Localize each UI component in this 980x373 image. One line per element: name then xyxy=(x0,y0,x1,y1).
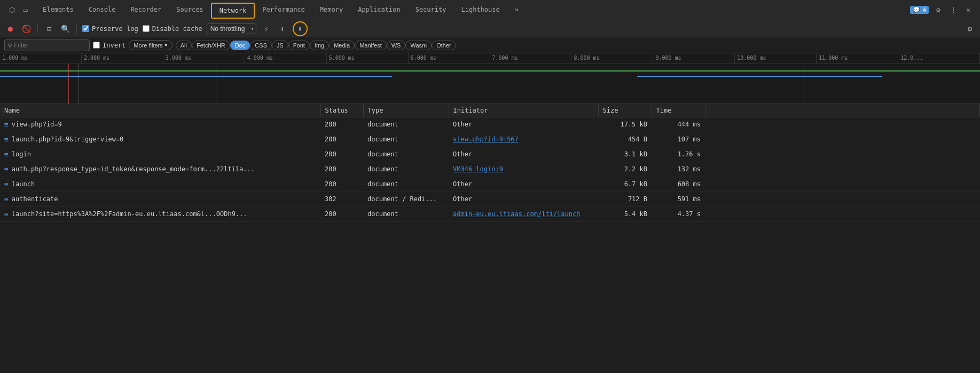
row-size: 6.7 kB xyxy=(598,177,652,192)
initiator-link[interactable]: view.php?id=9:567 xyxy=(453,136,519,143)
filter-input[interactable] xyxy=(14,42,78,49)
clear-button[interactable]: 🚫 xyxy=(20,23,32,35)
row-initiator[interactable]: VM346 login:9 xyxy=(449,162,598,177)
invert-input[interactable] xyxy=(93,42,100,49)
filter-type-wasm[interactable]: Wasm xyxy=(405,41,432,50)
row-name-text: auth.php?response_type=id_token&response… xyxy=(12,165,255,173)
row-initiator[interactable]: view.php?id=9:567 xyxy=(449,132,598,147)
col-header-type[interactable]: Type xyxy=(363,104,449,117)
tab-recorder[interactable]: Recorder xyxy=(123,0,169,20)
filter-type-font[interactable]: Font xyxy=(288,41,310,50)
doc-icon: ≡ xyxy=(4,136,9,144)
import-icon[interactable]: ⬆ xyxy=(277,23,288,35)
filter-type-fetch-xhr[interactable]: Fetch/XHR xyxy=(192,41,230,50)
tab-security[interactable]: Security xyxy=(408,0,454,20)
network-table-container[interactable]: Name Status Type Initiator Size Time ≡ v… xyxy=(0,104,980,360)
filter-icon[interactable]: ⊟ xyxy=(43,23,55,35)
filter-type-ws[interactable]: WS xyxy=(387,41,406,50)
throttle-select[interactable]: No throttling xyxy=(207,23,256,34)
col-header-waterfall[interactable] xyxy=(705,104,980,117)
export-button[interactable]: ⬇ xyxy=(293,21,308,36)
col-header-name[interactable]: Name xyxy=(0,104,320,117)
row-name: ≡ view.php?id=9 xyxy=(4,121,316,129)
row-name-text: launch xyxy=(12,180,35,188)
filter-type-all[interactable]: All xyxy=(176,41,192,50)
row-status: 200 xyxy=(320,162,363,177)
tab-sources[interactable]: Sources xyxy=(169,0,211,20)
more-filters-button[interactable]: More filters ▾ xyxy=(129,40,172,50)
tab-elements[interactable]: Elements xyxy=(35,0,81,20)
tab-lighthouse[interactable]: Lighthouse xyxy=(453,0,507,20)
filter-type-other[interactable]: Other xyxy=(432,41,456,50)
table-row[interactable]: ≡ login 200documentOther3.1 kB1.76 s xyxy=(0,147,980,162)
col-header-status[interactable]: Status xyxy=(320,104,363,117)
disable-cache-checkbox[interactable]: Disable cache xyxy=(143,25,202,33)
filter-type-manifest[interactable]: Manifest xyxy=(355,41,387,50)
initiator-link[interactable]: admin-eu.eu.ltiaas.com/lti/launch xyxy=(453,210,580,218)
inspect-icon[interactable]: ⬡ xyxy=(6,5,17,15)
filter-type-img[interactable]: Img xyxy=(310,41,329,50)
row-type: document xyxy=(363,147,449,162)
settings-icon[interactable]: ⚙ xyxy=(933,5,944,15)
row-time: 444 ms xyxy=(652,117,705,132)
tab-console[interactable]: Console xyxy=(81,0,123,20)
ruler-tick: 4,000 ms xyxy=(245,53,327,64)
filter-type-css[interactable]: CSS xyxy=(250,41,272,50)
ruler-tick: 6,000 ms xyxy=(409,53,490,64)
timeline-blue-line-2 xyxy=(637,76,882,77)
table-row[interactable]: ≡ launch?site=https%3A%2F%2Fadmin-eu.eu.… xyxy=(0,207,980,221)
preserve-log-checkbox[interactable]: Preserve log xyxy=(82,25,138,33)
row-name-text: launch.php?id=9&triggerview=0 xyxy=(12,136,124,143)
badge-count: 4 xyxy=(922,6,926,13)
initiator-link[interactable]: VM346 login:9 xyxy=(453,165,503,173)
invert-checkbox[interactable]: Invert xyxy=(93,42,126,49)
filter-type-js[interactable]: JS xyxy=(272,41,288,50)
ruler-tick: 9,000 ms xyxy=(653,53,735,64)
table-row[interactable]: ≡ launch.php?id=9&triggerview=0 200docum… xyxy=(0,132,980,147)
col-header-time[interactable]: Time xyxy=(652,104,705,117)
table-row[interactable]: ≡ auth.php?response_type=id_token&respon… xyxy=(0,162,980,177)
timeline-green-line xyxy=(0,70,980,72)
network-table: Name Status Type Initiator Size Time ≡ v… xyxy=(0,104,980,222)
tab-more[interactable]: » xyxy=(507,0,526,20)
disable-cache-label: Disable cache xyxy=(152,25,202,33)
row-size: 3.1 kB xyxy=(598,147,652,162)
table-header-row: Name Status Type Initiator Size Time xyxy=(0,104,980,117)
row-initiator[interactable]: admin-eu.eu.ltiaas.com/lti/launch xyxy=(449,207,598,221)
search-icon[interactable]: 🔍 xyxy=(59,23,71,35)
settings-gear-icon[interactable]: ⚙ xyxy=(964,23,976,35)
col-header-size[interactable]: Size xyxy=(598,104,652,117)
tab-memory[interactable]: Memory xyxy=(312,0,350,20)
throttle-wrapper: No throttling ▾ xyxy=(207,23,256,34)
filter-input-wrap[interactable]: ▽ xyxy=(4,39,90,51)
row-waterfall xyxy=(705,117,980,132)
timeline-vline-gray-1 xyxy=(79,64,79,104)
table-row[interactable]: ≡ view.php?id=9 200documentOther17.5 kB4… xyxy=(0,117,980,132)
table-row[interactable]: ≡ authenticate 302document / Redi...Othe… xyxy=(0,192,980,207)
record-button[interactable]: ⏺ xyxy=(4,23,16,35)
divider-2 xyxy=(76,24,77,34)
filter-type-doc[interactable]: Doc xyxy=(230,41,250,50)
tab-network[interactable]: Network xyxy=(211,3,255,19)
table-row[interactable]: ≡ launch 200documentOther6.7 kB608 ms xyxy=(0,177,980,192)
filter-type-media[interactable]: Media xyxy=(329,41,355,50)
device-icon[interactable]: ▭ xyxy=(20,5,31,15)
tab-application[interactable]: Application xyxy=(350,0,407,20)
row-initiator: Other xyxy=(449,147,598,162)
timeline[interactable]: 1,000 ms2,000 ms3,000 ms4,000 ms5,000 ms… xyxy=(0,53,980,104)
close-icon[interactable]: ✕ xyxy=(963,5,974,15)
timeline-ruler: 1,000 ms2,000 ms3,000 ms4,000 ms5,000 ms… xyxy=(0,53,980,64)
row-waterfall xyxy=(705,162,980,177)
preserve-log-input[interactable] xyxy=(82,25,89,32)
network-conditions-icon[interactable]: ⚡ xyxy=(261,23,272,35)
more-icon[interactable]: ⋮ xyxy=(948,5,959,15)
disable-cache-input[interactable] xyxy=(143,25,150,32)
row-status: 200 xyxy=(320,117,363,132)
devtools-icons: ⬡ ▭ xyxy=(2,5,35,15)
col-header-initiator[interactable]: Initiator xyxy=(449,104,598,117)
tab-performance[interactable]: Performance xyxy=(255,0,312,20)
network-toolbar: ⏺ 🚫 ⊟ 🔍 Preserve log Disable cache No th… xyxy=(0,20,980,37)
tab-list: Elements Console Recorder Sources Networ… xyxy=(35,0,906,20)
ruler-tick: 10,000 ms xyxy=(735,53,817,64)
preserve-log-label: Preserve log xyxy=(92,25,138,33)
